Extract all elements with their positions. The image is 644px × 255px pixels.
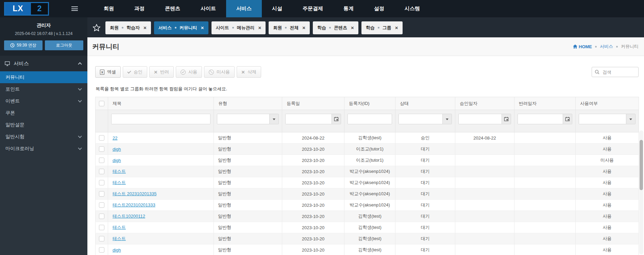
row-checkbox[interactable]	[99, 135, 104, 141]
topnav-item[interactable]: 사이트	[190, 0, 226, 17]
row-checkbox[interactable]	[99, 158, 104, 163]
action-button[interactable]: 삭제	[237, 66, 261, 78]
filter-dropdown-button[interactable]	[442, 114, 452, 124]
hamburger-menu-icon[interactable]	[71, 6, 78, 11]
app-logo[interactable]: LX 2	[4, 2, 49, 16]
row-title-link[interactable]: digh	[113, 248, 121, 253]
action-button[interactable]: 승인	[123, 66, 147, 78]
column-header[interactable]: 승인일자	[455, 97, 514, 110]
column-header[interactable]: 등록일	[282, 97, 344, 110]
row-checkbox[interactable]	[99, 146, 104, 152]
select-all-checkbox[interactable]	[99, 101, 104, 106]
action-button[interactable]: 미사용	[204, 66, 235, 78]
topnav-item[interactable]: 설정	[364, 0, 394, 17]
open-tab[interactable]: 학습콘텐츠×	[313, 21, 358, 34]
row-checkbox[interactable]	[99, 191, 104, 197]
filter-cell	[455, 110, 514, 132]
row-title-link[interactable]: digh	[113, 147, 121, 152]
tab-close-icon[interactable]: ×	[351, 25, 354, 30]
filter-input[interactable]	[348, 114, 392, 124]
topnav-item[interactable]: 콘텐츠	[155, 0, 190, 17]
tab-close-icon[interactable]: ×	[395, 25, 398, 30]
tab-close-icon[interactable]: ×	[201, 25, 204, 30]
topnav-item[interactable]: 과정	[124, 0, 155, 17]
row-title-link[interactable]: 테스트	[113, 236, 126, 241]
filter-input[interactable]	[518, 114, 563, 124]
column-header[interactable]: 유형	[214, 97, 282, 110]
row-title-link[interactable]: 테스트10200112	[113, 214, 145, 219]
favorite-star-icon[interactable]	[92, 23, 101, 32]
calendar-icon	[504, 116, 509, 122]
filter-input[interactable]	[217, 114, 269, 124]
scrollbar-thumb[interactable]	[640, 140, 643, 190]
open-tab[interactable]: 회원학습자×	[105, 21, 151, 34]
sidebar-section-services[interactable]: 서비스	[0, 56, 87, 71]
row-checkbox[interactable]	[99, 202, 104, 208]
topnav-item[interactable]: 서비스	[226, 0, 262, 17]
filter-input[interactable]	[112, 114, 210, 124]
sidebar-menu-item[interactable]: 이벤트	[0, 95, 87, 107]
column-header[interactable]: 반려일자	[514, 97, 576, 110]
row-title-link[interactable]: 테스트	[113, 225, 126, 230]
page-title: 커뮤니티	[92, 42, 119, 51]
row-title-link[interactable]: 테스트 202310201335	[113, 191, 156, 196]
filter-input[interactable]	[459, 114, 502, 124]
filter-input[interactable]	[579, 114, 626, 124]
sidebar-menu-item[interactable]: 쿠폰	[0, 107, 87, 119]
row-title-link[interactable]: 테스트	[113, 169, 126, 174]
filter-input[interactable]	[399, 114, 442, 124]
open-tab[interactable]: 서비스커뮤니티×	[154, 21, 208, 34]
logo-lx-text: LX	[5, 3, 31, 15]
action-button[interactable]: 반려	[149, 66, 174, 78]
action-button[interactable]: 사용	[176, 66, 202, 78]
topnav-item[interactable]: 시스템	[394, 0, 430, 17]
sidebar-menu-item[interactable]: 커뮤니티	[0, 71, 87, 83]
breadcrumb-home-link[interactable]: HOME	[573, 44, 592, 49]
row-title-link[interactable]: digh	[113, 158, 121, 163]
page-title-bar: 커뮤니티 HOME 서비스커뮤니티	[87, 37, 644, 56]
topnav-item[interactable]: 통계	[333, 0, 364, 17]
sidebar-menu-item[interactable]: 일반설문	[0, 119, 87, 131]
sidebar-user-panel: 관리자 2025-04-02 16:07:48 | v.1.1.124 59:3…	[0, 17, 87, 56]
sidebar-menu-item[interactable]: 일반시험	[0, 131, 87, 143]
column-header[interactable]: 제목	[108, 97, 214, 110]
excel-button[interactable]: 엑셀	[95, 66, 121, 78]
filter-dropdown-button[interactable]	[269, 114, 278, 124]
row-checkbox[interactable]	[99, 180, 104, 185]
row-checkbox[interactable]	[99, 236, 104, 241]
topnav-item[interactable]: 시설	[262, 0, 292, 17]
search-icon	[595, 70, 599, 74]
open-tab[interactable]: 학습그룹×	[361, 21, 403, 34]
filter-calendar-button[interactable]	[502, 114, 511, 124]
column-header[interactable]: 등록자(ID)	[344, 97, 395, 110]
topnav-item[interactable]: 주문결제	[292, 0, 333, 17]
session-extend-button[interactable]: 59:39 연장	[4, 40, 43, 50]
row-checkbox[interactable]	[99, 214, 104, 219]
sidebar-menu-item[interactable]: 마이크로러닝	[0, 143, 87, 154]
row-checkbox[interactable]	[99, 225, 104, 230]
tab-close-icon[interactable]: ×	[258, 25, 261, 30]
column-header[interactable]: 상태	[395, 97, 455, 110]
row-checkbox[interactable]	[99, 169, 104, 174]
grid-vertical-scrollbar[interactable]	[639, 130, 643, 254]
row-title-link[interactable]: 테스트	[113, 180, 126, 185]
cell-value: 2023-10-20	[282, 166, 344, 177]
logout-button[interactable]: 로그아웃	[45, 40, 83, 50]
tab-close-icon[interactable]: ×	[302, 25, 305, 30]
filter-calendar-button[interactable]	[332, 114, 341, 124]
open-tab[interactable]: 사이트메뉴관리×	[211, 21, 266, 34]
row-checkbox[interactable]	[99, 247, 104, 253]
column-header[interactable]: 사용여부	[576, 97, 639, 110]
filter-dropdown-button[interactable]	[626, 114, 635, 124]
row-title-link[interactable]: 22	[113, 135, 117, 141]
filter-calendar-button[interactable]	[563, 114, 572, 124]
row-title-link[interactable]: 테스트202310201333	[113, 202, 155, 207]
filter-cell	[395, 110, 455, 132]
sidebar-menu-item[interactable]: 포인트	[0, 83, 87, 95]
filter-input[interactable]	[286, 114, 332, 124]
open-tab[interactable]: 회원전체×	[269, 21, 310, 34]
breadcrumb-item[interactable]: 서비스	[600, 43, 613, 50]
topnav-item[interactable]: 회원	[94, 0, 124, 17]
cell-value: 승인	[395, 132, 455, 144]
tab-close-icon[interactable]: ×	[143, 25, 147, 30]
